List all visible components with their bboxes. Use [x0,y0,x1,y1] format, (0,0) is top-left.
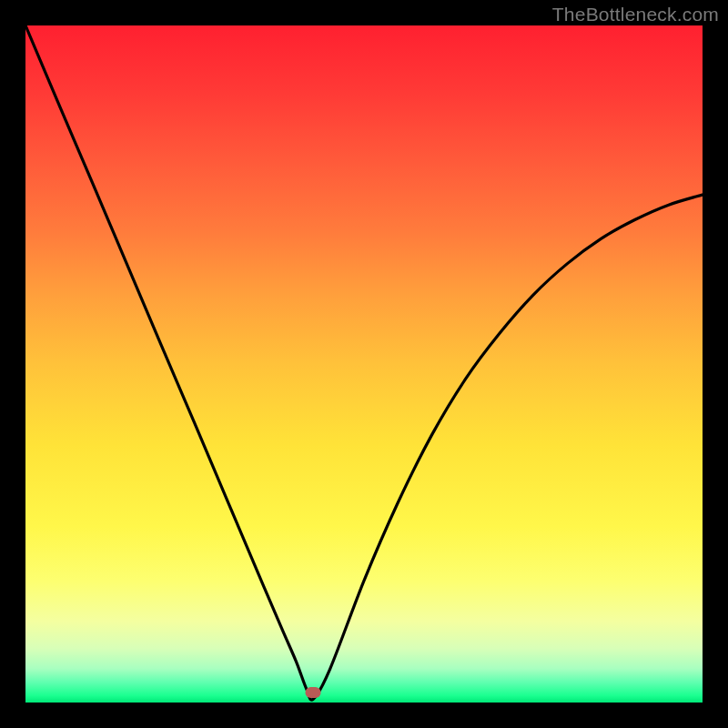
watermark-text: TheBottleneck.com [552,4,719,25]
chart-container: TheBottleneck.com [0,0,728,728]
chart-frame [0,0,728,728]
optimal-point-marker [306,687,321,698]
bottleneck-curve [25,25,703,703]
plot-area [25,25,703,703]
